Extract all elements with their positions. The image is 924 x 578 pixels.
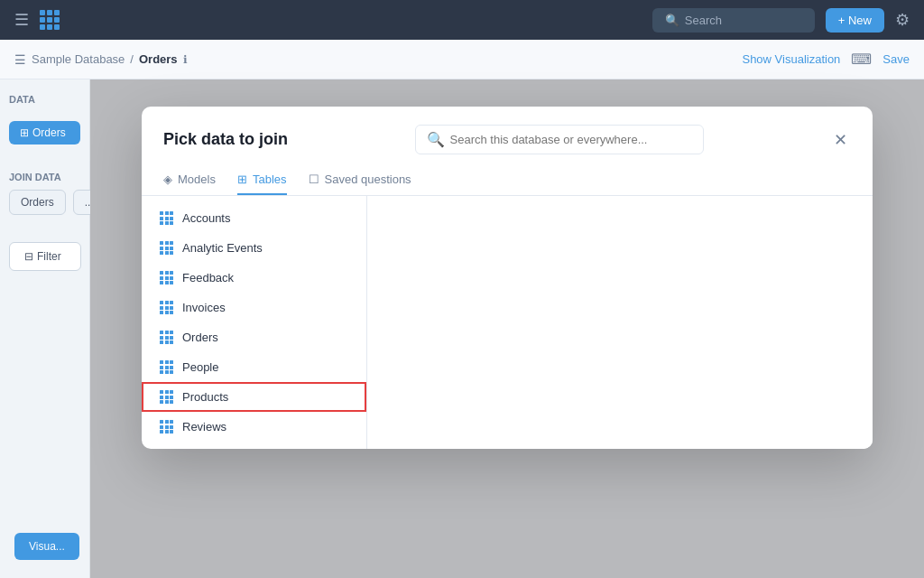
modal-body: AccountsAnalytic EventsFeedbackInvoicesO… <box>142 196 873 449</box>
gear-icon[interactable]: ⚙ <box>895 10 910 30</box>
global-search[interactable]: 🔍 Search <box>652 8 815 33</box>
table-detail-panel <box>367 196 873 449</box>
breadcrumb-bar: ☰ Sample Database / Orders ℹ Show Visual… <box>0 40 924 79</box>
table-list-item[interactable]: Feedback <box>142 263 366 293</box>
table-item-icon <box>160 271 173 284</box>
breadcrumb-info-icon: ℹ <box>183 53 188 66</box>
app-logo <box>40 10 60 30</box>
data-section-label: Data <box>9 94 80 105</box>
table-item-name: Orders <box>182 331 218 344</box>
modal-search-icon: 🔍 <box>427 131 445 148</box>
breadcrumb-table[interactable]: Orders <box>139 52 178 66</box>
table-item-name: Accounts <box>182 211 230 225</box>
breadcrumb-separator: / <box>130 52 134 66</box>
content-area: Pick data to join 🔍 ✕ ◈ Models ⊞ <box>90 79 924 578</box>
table-list-item[interactable]: Reviews <box>142 412 366 442</box>
hamburger-icon[interactable]: ☰ <box>14 10 29 30</box>
table-item-icon <box>160 331 173 344</box>
left-sidebar: Data ⊞ Orders Join data Orders ... ⊟ Fil… <box>0 79 90 578</box>
table-item-name: Products <box>182 390 228 404</box>
table-item-icon <box>160 420 173 434</box>
modal-search-input[interactable] <box>450 133 692 146</box>
join-chip-orders[interactable]: Orders <box>9 190 66 215</box>
table-list-item[interactable]: People <box>142 352 366 382</box>
tab-tables-label: Tables <box>253 172 287 186</box>
table-item-name: People <box>182 360 218 374</box>
modal-close-button[interactable]: ✕ <box>830 126 851 154</box>
tab-models-label: Models <box>178 172 216 186</box>
table-item-icon <box>160 390 173 404</box>
filter-icon: ⊟ <box>24 250 33 263</box>
join-section: Join data Orders ... <box>9 172 80 215</box>
modal-title: Pick data to join <box>163 130 288 149</box>
save-button[interactable]: Save <box>882 52 910 66</box>
table-icon: ⊞ <box>20 126 29 139</box>
table-item-name: Feedback <box>182 271 234 284</box>
table-list-item[interactable]: Analytic Events <box>142 233 366 263</box>
filter-button[interactable]: ⊟ Filter <box>9 242 81 271</box>
table-item-icon <box>160 211 173 225</box>
table-item-name: Invoices <box>182 301 226 314</box>
table-list-item[interactable]: Products <box>142 382 366 412</box>
table-grid-icon: ⊞ <box>237 172 247 186</box>
table-list-item[interactable]: Accounts <box>142 203 366 233</box>
table-list: AccountsAnalytic EventsFeedbackInvoicesO… <box>142 196 367 449</box>
tab-tables[interactable]: ⊞ Tables <box>237 165 287 195</box>
main-area: Data ⊞ Orders Join data Orders ... ⊟ Fil… <box>0 79 924 578</box>
modal-header: Pick data to join 🔍 ✕ <box>142 107 873 154</box>
notebook-icon[interactable]: ⌨ <box>851 51 872 68</box>
bookmark-icon: ☐ <box>309 172 319 186</box>
tab-saved-label: Saved questions <box>325 172 411 186</box>
tab-saved-questions[interactable]: ☐ Saved questions <box>309 165 411 195</box>
show-visualization-button[interactable]: Show Visualization <box>742 52 840 66</box>
table-list-item[interactable]: Orders <box>142 322 366 352</box>
modal-overlay: Pick data to join 🔍 ✕ ◈ Models ⊞ <box>90 79 924 578</box>
table-item-icon <box>160 301 173 314</box>
pick-data-modal: Pick data to join 🔍 ✕ ◈ Models ⊞ <box>142 107 873 449</box>
breadcrumb-db[interactable]: Sample Database <box>32 52 125 66</box>
orders-chip[interactable]: ⊞ Orders <box>9 121 80 144</box>
modal-tabs: ◈ Models ⊞ Tables ☐ Saved questions <box>142 165 873 196</box>
tab-models[interactable]: ◈ Models <box>163 165 216 195</box>
modal-search-container: 🔍 <box>415 125 704 154</box>
table-item-name: Analytic Events <box>182 241 263 255</box>
table-item-name: Reviews <box>182 420 226 434</box>
model-icon: ◈ <box>163 172 172 186</box>
join-section-label: Join data <box>9 172 80 182</box>
new-button[interactable]: + New <box>826 8 884 33</box>
table-item-icon <box>160 241 173 255</box>
breadcrumb-actions: Show Visualization ⌨ Save <box>742 51 910 68</box>
table-item-icon <box>160 360 173 374</box>
top-navigation: ☰ 🔍 Search + New ⚙ <box>0 0 924 40</box>
join-chips: Orders ... <box>9 190 80 215</box>
search-icon: 🔍 <box>665 14 679 27</box>
database-icon: ☰ <box>14 52 26 67</box>
visualize-button[interactable]: Visua... <box>14 533 79 560</box>
table-list-item[interactable]: Invoices <box>142 293 366 322</box>
